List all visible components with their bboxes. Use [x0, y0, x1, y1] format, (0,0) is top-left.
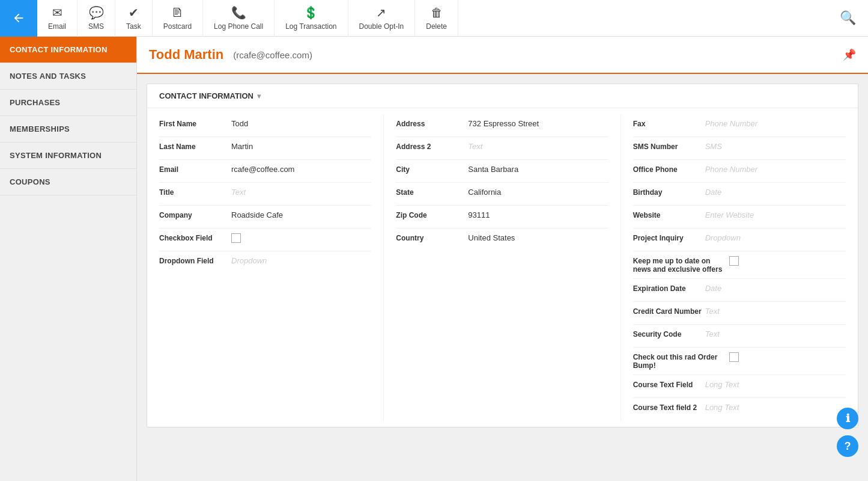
toolbar-items: ✉ Email 💬 SMS ✔ Task 🖹 Postcard 📞 Log Ph…	[37, 0, 828, 37]
field-value-project-inquiry[interactable]: Dropdown	[705, 233, 846, 242]
field-label-office-phone: Office Phone	[633, 165, 705, 174]
search-button[interactable]: 🔍	[828, 10, 868, 26]
field-label-credit-card-number: Credit Card Number	[633, 307, 705, 316]
sidebar-item-label: COUPONS	[10, 177, 50, 186]
section-title: CONTACT INFORMATION	[159, 91, 253, 100]
field-value-sms-number[interactable]: SMS	[705, 142, 846, 151]
toolbar-sms-label: SMS	[88, 22, 104, 31]
search-icon: 🔍	[840, 10, 856, 25]
main-content: Todd Martin (rcafe@coffee.com) 📌 CONTACT…	[137, 37, 868, 481]
field-checkbox-field: Checkbox Field	[159, 228, 371, 251]
toolbar-log-phone[interactable]: 📞 Log Phone Call	[203, 0, 275, 37]
field-label-city: City	[396, 165, 468, 174]
sidebar-item-memberships[interactable]: MEMBERSHIPS	[0, 116, 136, 142]
floating-buttons: ℹ ?	[837, 408, 858, 457]
field-project-inquiry: Project Inquiry Dropdown	[633, 228, 846, 251]
toolbar-delete-label: Delete	[426, 22, 447, 31]
field-value-country[interactable]: United States	[468, 233, 608, 242]
field-value-last-name[interactable]: Martin	[231, 142, 371, 151]
opt-in-icon: ↗	[376, 5, 386, 20]
toolbar-log-transaction-label: Log Transaction	[285, 22, 336, 31]
order-bump-checkbox[interactable]	[729, 352, 739, 362]
field-label-birthday: Birthday	[633, 188, 705, 197]
field-value-office-phone[interactable]: Phone Number	[705, 165, 846, 174]
pin-icon[interactable]: 📌	[843, 48, 856, 61]
field-value-address[interactable]: 732 Espresso Street	[468, 119, 608, 128]
sidebar-item-contact-information[interactable]: CONTACT INFORMATION	[0, 37, 136, 63]
toolbar-task-label: Task	[126, 22, 141, 31]
toolbar-task[interactable]: ✔ Task	[115, 0, 153, 37]
field-value-course-text-field[interactable]: Long Text	[705, 380, 846, 389]
field-label-sms-number: SMS Number	[633, 142, 705, 151]
field-label-title: Title	[159, 188, 231, 197]
field-value-order-bump[interactable]	[729, 352, 846, 364]
info-fab[interactable]: ℹ	[837, 408, 858, 429]
sidebar-item-label: PURCHASES	[10, 98, 60, 107]
field-state: State California	[396, 183, 608, 206]
fields-left: First Name Todd Last Name Martin Email r…	[147, 114, 384, 421]
fields-middle: Address 732 Espresso Street Address 2 Te…	[384, 114, 621, 421]
toolbar-double-opt-in[interactable]: ↗ Double Opt-In	[348, 0, 416, 37]
field-label-address: Address	[396, 119, 468, 128]
sms-icon: 💬	[89, 5, 104, 20]
toolbar-log-transaction[interactable]: 💲 Log Transaction	[275, 0, 348, 37]
field-value-email[interactable]: rcafe@coffee.com	[231, 165, 371, 174]
field-label-expiration-date: Expiration Date	[633, 284, 705, 293]
field-value-security-code[interactable]: Text	[705, 329, 846, 339]
toolbar-email[interactable]: ✉ Email	[37, 0, 77, 37]
field-label-dropdown-field: Dropdown Field	[159, 256, 231, 265]
sidebar-item-system-information[interactable]: SYSTEM INFORMATION	[0, 142, 136, 169]
newsletter-checkbox[interactable]	[729, 256, 739, 266]
info-icon: ℹ	[846, 412, 850, 425]
field-value-fax[interactable]: Phone Number	[705, 119, 846, 128]
field-value-title[interactable]: Text	[231, 188, 371, 197]
field-email: Email rcafe@coffee.com	[159, 160, 371, 183]
sidebar-item-coupons[interactable]: COUPONS	[0, 169, 136, 195]
field-first-name: First Name Todd	[159, 114, 371, 137]
field-value-course-text-field-2[interactable]: Long Text	[705, 403, 846, 412]
help-fab[interactable]: ?	[837, 435, 858, 457]
back-button[interactable]	[0, 0, 37, 37]
field-value-address2[interactable]: Text	[468, 142, 608, 151]
field-value-checkbox-field[interactable]	[231, 233, 371, 245]
field-label-email: Email	[159, 165, 231, 174]
field-value-birthday[interactable]: Date	[705, 188, 846, 197]
contact-name: Todd Martin	[149, 47, 223, 63]
field-value-zip-code[interactable]: 93111	[468, 210, 608, 219]
field-birthday: Birthday Date	[633, 183, 846, 206]
toolbar-log-phone-label: Log Phone Call	[214, 22, 263, 31]
toolbar-sms[interactable]: 💬 SMS	[77, 0, 115, 37]
page-layout: CONTACT INFORMATION NOTES AND TASKS PURC…	[0, 37, 868, 481]
field-zip-code: Zip Code 93111	[396, 206, 608, 228]
checkbox-box[interactable]	[231, 233, 241, 243]
field-value-website[interactable]: Enter Website	[705, 210, 846, 219]
toolbar-delete[interactable]: 🗑 Delete	[415, 0, 458, 37]
field-value-expiration-date[interactable]: Date	[705, 284, 846, 293]
field-label-zip-code: Zip Code	[396, 210, 468, 219]
section-header[interactable]: CONTACT INFORMATION ▾	[147, 84, 858, 108]
transaction-icon: 💲	[303, 5, 318, 20]
field-value-newsletter-optin[interactable]	[729, 256, 846, 268]
field-country: Country United States	[396, 228, 608, 251]
chevron-down-icon: ▾	[257, 92, 261, 100]
sidebar-item-purchases[interactable]: PURCHASES	[0, 90, 136, 116]
field-value-dropdown-field[interactable]: Dropdown	[231, 256, 371, 265]
postcard-icon: 🖹	[171, 6, 183, 20]
field-office-phone: Office Phone Phone Number	[633, 160, 846, 183]
field-value-company[interactable]: Roadside Cafe	[231, 210, 371, 219]
field-value-first-name[interactable]: Todd	[231, 119, 371, 128]
field-value-credit-card-number[interactable]: Text	[705, 307, 846, 316]
field-address: Address 732 Espresso Street	[396, 114, 608, 137]
field-label-course-text-field: Course Text Field	[633, 380, 705, 389]
field-label-last-name: Last Name	[159, 142, 231, 151]
field-course-text-field-2: Course Text field 2 Long Text	[633, 398, 846, 421]
field-label-state: State	[396, 188, 468, 197]
field-label-website: Website	[633, 210, 705, 219]
sidebar-item-label: NOTES AND TASKS	[10, 72, 86, 81]
toolbar: ✉ Email 💬 SMS ✔ Task 🖹 Postcard 📞 Log Ph…	[0, 0, 868, 37]
field-value-state[interactable]: California	[468, 188, 608, 197]
toolbar-postcard[interactable]: 🖹 Postcard	[153, 0, 203, 37]
field-value-city[interactable]: Santa Barbara	[468, 165, 608, 174]
delete-icon: 🗑	[431, 6, 443, 20]
sidebar-item-notes-and-tasks[interactable]: NOTES AND TASKS	[0, 63, 136, 90]
